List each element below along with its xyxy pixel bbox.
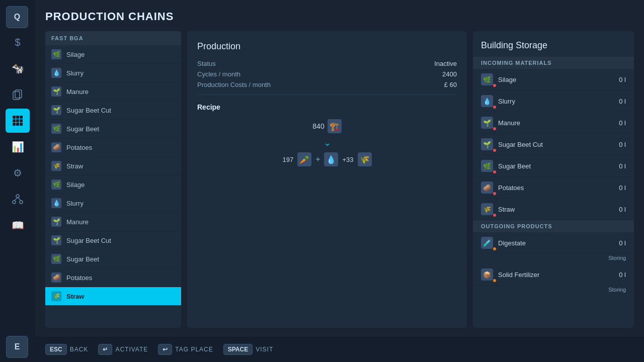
- list-item-silage-2[interactable]: 🌿 Silage: [45, 175, 181, 194]
- list-item-manure-1[interactable]: 🌱 Manure: [45, 82, 181, 101]
- storage-digestate-value: 0 l: [619, 239, 626, 247]
- slurry-dot: [493, 106, 496, 109]
- storage-manure-value: 0 l: [619, 119, 626, 127]
- cycles-label: Cycles / month: [197, 70, 240, 78]
- storage-sugarbeetcut-icon: 🌱: [481, 138, 493, 150]
- storage-slurry-value: 0 l: [619, 98, 626, 105]
- list-item-potatoes-2[interactable]: 🥔 Potatoes: [45, 268, 181, 287]
- q-key-button[interactable]: Q: [6, 6, 28, 28]
- silage-icon-1: 🌿: [51, 49, 61, 59]
- sugarbeet-icon-1: 🌿: [51, 124, 61, 134]
- recipe-input1-amount: 197: [282, 156, 293, 163]
- silage-dot: [493, 84, 496, 87]
- sidebar-item-cards[interactable]: [6, 82, 30, 107]
- list-item-sugarbeet-1[interactable]: 🌿 Sugar Beet: [45, 120, 181, 138]
- sidebar-item-production-chains[interactable]: [6, 109, 30, 133]
- recipe-output-amount: 840: [312, 122, 324, 130]
- solidfertilizer-storing-label: Storing: [473, 286, 634, 296]
- list-item-sugarbeetcut-2[interactable]: 🌱 Sugar Beet Cut: [45, 231, 181, 250]
- storage-item-straw: 🌾 Straw 0 l: [473, 199, 634, 220]
- list-group-header: FAST BGA: [45, 31, 181, 45]
- recipe-input3-amount: +33: [342, 156, 353, 163]
- manure-dot: [493, 127, 496, 130]
- list-item-slurry-1[interactable]: 💧 Slurry: [45, 64, 181, 82]
- storage-item-manure: 🌱 Manure 0 l: [473, 112, 634, 134]
- storage-straw-icon: 🌾: [481, 203, 493, 215]
- sidebar-item-finance[interactable]: $: [6, 30, 30, 54]
- list-item-manure-2[interactable]: 🌱 Manure: [45, 213, 181, 231]
- storage-slurry-name: Slurry: [498, 98, 614, 105]
- shortcut-activate[interactable]: ↵ ACTIVATE: [98, 344, 148, 355]
- shortcut-tagplace[interactable]: ↩ TAG PLACE: [158, 344, 213, 355]
- straw-dot: [493, 214, 496, 217]
- storage-slurry-icon: 💧: [481, 95, 493, 107]
- activate-key-label: ACTIVATE: [115, 346, 148, 353]
- costs-label: Production Costs / month: [197, 81, 271, 88]
- storage-item-digestate: 🧪 Digestate 0 l: [473, 232, 634, 254]
- sidebar-item-map[interactable]: 📊: [6, 135, 30, 159]
- content-area: FAST BGA 🌿 Silage 💧 Slurry 🌱 Manure 🌱 Su…: [45, 31, 634, 328]
- svg-point-12: [13, 201, 16, 204]
- list-item-sugarbeet-2[interactable]: 🌿 Sugar Beet: [45, 250, 181, 268]
- sugarbeetcut-dot: [493, 149, 496, 152]
- storage-potatoes-name: Potatoes: [498, 184, 614, 192]
- list-item-label-sugarbeet-2: Sugar Beet: [66, 255, 99, 263]
- storage-solidfertilizer-icon: 📦: [481, 268, 493, 281]
- list-item-potatoes-1[interactable]: 🥔 Potatoes: [45, 138, 181, 157]
- svg-rect-4: [20, 116, 23, 119]
- sidebar-item-nodes[interactable]: [6, 187, 30, 211]
- svg-rect-8: [13, 123, 16, 126]
- recipe-arrow: ⌄: [324, 137, 331, 148]
- svg-rect-5: [13, 119, 16, 122]
- list-item-silage-1[interactable]: 🌿 Silage: [45, 45, 181, 64]
- storage-digestate-name: Digestate: [498, 239, 614, 247]
- straw-icon-1: 🌾: [51, 161, 61, 171]
- svg-rect-9: [16, 123, 19, 126]
- page-title: PRODUCTION CHAINS: [45, 10, 634, 23]
- status-label: Status: [197, 60, 216, 67]
- list-item-label-straw-2: Straw: [66, 293, 84, 300]
- production-title: Production: [197, 41, 457, 52]
- storage-item-sugarbeetcut: 🌱 Sugar Beet Cut 0 l: [473, 134, 634, 155]
- list-item-straw-2[interactable]: 🌾 Straw: [45, 287, 181, 306]
- sugarbeet-icon-2: 🌿: [51, 254, 61, 264]
- sidebar-item-animals[interactable]: 🐄: [6, 56, 30, 80]
- production-panel: Production Status Inactive Cycles / mont…: [187, 31, 467, 328]
- recipe-inputs: 197 🥕 + 💧 +33 🌾: [282, 152, 371, 166]
- list-item-label-potatoes-1: Potatoes: [66, 144, 92, 151]
- recipe-output-icon: 🏗️: [328, 119, 342, 133]
- storage-straw-name: Straw: [498, 206, 614, 213]
- digestate-dot: [493, 247, 496, 250]
- storage-item-potatoes: 🥔 Potatoes 0 l: [473, 177, 634, 199]
- storage-solidfertilizer-value: 0 l: [619, 271, 626, 279]
- shortcut-esc[interactable]: ESC BACK: [45, 344, 88, 355]
- list-item-slurry-2[interactable]: 💧 Slurry: [45, 194, 181, 213]
- storage-sugarbeetcut-value: 0 l: [619, 141, 626, 148]
- recipe-input2-icon: 💧: [324, 152, 338, 166]
- outgoing-header: OUTGOING PRODUCTS: [473, 220, 634, 232]
- sugarbeetcut-icon-2: 🌱: [51, 235, 61, 245]
- digestate-storing-label: Storing: [473, 254, 634, 264]
- storage-sugarbeet-name: Sugar Beet: [498, 162, 614, 170]
- shortcut-visit[interactable]: SPACE VISIT: [223, 344, 273, 355]
- visit-key-label: VISIT: [256, 346, 273, 353]
- list-item-sugarbeetcut-1[interactable]: 🌱 Sugar Beet Cut: [45, 101, 181, 120]
- costs-row: Production Costs / month £ 60: [197, 81, 457, 88]
- divider: [197, 95, 457, 95]
- storage-sugarbeetcut-name: Sugar Beet Cut: [498, 141, 614, 148]
- slurry-icon-1: 💧: [51, 68, 61, 78]
- manure-icon-1: 🌱: [51, 86, 61, 97]
- list-item-straw-1[interactable]: 🌾 Straw: [45, 157, 181, 175]
- bottom-bar: ESC BACK ↵ ACTIVATE ↩ TAG PLACE SPACE VI…: [35, 337, 644, 362]
- tagplace-key-label: TAG PLACE: [175, 346, 213, 353]
- sugarbeet-dot: [493, 170, 496, 173]
- storage-potatoes-icon: 🥔: [481, 182, 493, 194]
- solidfertilizer-dot: [493, 279, 496, 282]
- visit-key-badge: SPACE: [223, 344, 253, 355]
- storage-manure-name: Manure: [498, 119, 614, 127]
- sidebar-item-book[interactable]: 📖: [6, 213, 30, 237]
- production-list: FAST BGA 🌿 Silage 💧 Slurry 🌱 Manure 🌱 Su…: [45, 31, 181, 328]
- e-key-button[interactable]: E: [6, 336, 28, 358]
- plus-sign-1: +: [315, 155, 320, 164]
- sidebar-item-settings[interactable]: ⚙: [6, 161, 30, 185]
